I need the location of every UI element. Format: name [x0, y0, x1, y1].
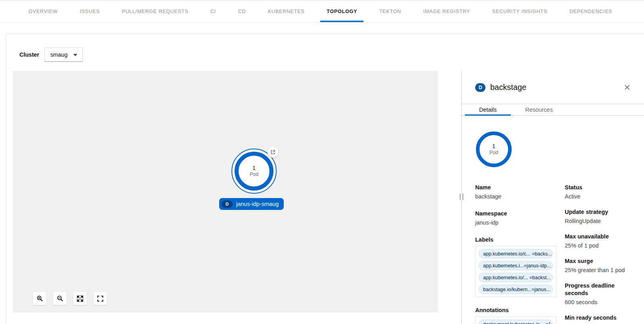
deployment-badge: D: [222, 200, 233, 208]
tab-label: CI: [210, 9, 216, 14]
field-max-surge: Max surge 25% greater than 1 pod: [565, 257, 633, 274]
node-label[interactable]: D janus-idp-smaug: [219, 198, 284, 210]
field-annotations-label: Annotations: [475, 307, 565, 314]
field-max-unavailable: Max unavailable 25% of 1 pod: [565, 233, 633, 250]
tab-topology[interactable]: TOPOLOGY: [320, 0, 363, 22]
zoom-out-button[interactable]: [53, 292, 67, 305]
tab-label: Details: [479, 107, 497, 113]
panel-resize-handle[interactable]: [460, 194, 463, 200]
node-label-text: janus-idp-smaug: [236, 201, 279, 207]
panel-tabs: Details Resources: [462, 104, 644, 116]
fit-to-screen-button[interactable]: [73, 292, 87, 305]
tab-label: PULL/MERGE REQUESTS: [122, 9, 188, 14]
tab-resources[interactable]: Resources: [511, 104, 567, 115]
field-update-strategy-value: RollingUpdate: [565, 217, 633, 225]
tab-label: TOPOLOGY: [327, 9, 357, 14]
field-namespace-label: Namespace: [475, 210, 565, 217]
field-min-ready: Min ready seconds Not configured: [565, 314, 633, 324]
tab-dependencies[interactable]: DEPENDENCIES: [563, 0, 619, 22]
field-progress-deadline-value: 600 seconds: [565, 299, 633, 306]
field-progress-deadline: Progress deadline seconds 600 seconds: [565, 282, 633, 306]
tab-label: ISSUES: [80, 9, 100, 14]
fullscreen-icon: [97, 295, 103, 302]
field-max-surge-value: 25% greater than 1 pod: [565, 267, 633, 274]
label-chip[interactable]: app.kubernetes.i...=janus-idp...: [479, 261, 553, 270]
caret-down-icon: [73, 54, 77, 56]
field-update-strategy-label: Update strategy: [565, 208, 633, 216]
tab-image-registry[interactable]: IMAGE REGISTRY: [417, 0, 477, 22]
open-url-decorator[interactable]: [268, 147, 279, 158]
deployment-node[interactable]: 1 Pod: [235, 152, 273, 191]
tab-security-insights[interactable]: SECURITY INSIGHTS: [486, 0, 554, 22]
tab-kubernetes[interactable]: KUBERNETES: [262, 0, 311, 22]
tab-details[interactable]: Details: [465, 104, 511, 115]
field-name-label: Name: [475, 184, 565, 191]
deployment-badge: D: [475, 83, 485, 92]
panel-details-body: 1 Pod Name backstage Namespace janus-idp…: [462, 116, 644, 324]
zoom-out-icon: [57, 295, 63, 302]
field-labels-label: Labels: [475, 236, 565, 244]
field-progress-deadline-label: Progress deadline seconds: [565, 282, 633, 297]
zoom-in-button[interactable]: [33, 292, 46, 305]
tab-label: TEKTON: [379, 9, 401, 14]
field-namespace: Namespace janus-idp: [475, 210, 565, 227]
field-max-unavailable-value: 25% of 1 pod: [565, 242, 633, 250]
field-name-value: backstage: [475, 193, 565, 200]
tab-label: OVERVIEW: [29, 9, 58, 14]
topology-side-panel: D backstage Details Resources 1 Pod: [461, 71, 644, 324]
field-update-strategy: Update strategy RollingUpdate: [565, 208, 633, 225]
pod-donut[interactable]: 1 Pod: [476, 132, 512, 167]
topology-controls: [33, 292, 107, 305]
tab-pull-merge-requests[interactable]: PULL/MERGE REQUESTS: [115, 0, 195, 22]
field-max-unavailable-label: Max unavailable: [565, 233, 633, 240]
tab-issues[interactable]: ISSUES: [73, 0, 106, 22]
cluster-toolbar: Cluster smaug: [19, 48, 83, 62]
entity-tab-bar: OVERVIEW ISSUES PULL/MERGE REQUESTS CI C…: [0, 0, 644, 23]
annotation-chip[interactable]: deployment.kubernetes.io... =1...: [479, 320, 553, 324]
field-labels: Labels app.kubernetes.io/c... =backs... …: [475, 236, 565, 297]
label-chip[interactable]: app.kubernetes.io/... =backst...: [479, 273, 553, 282]
topology-card: Cluster smaug 1 Pod D janus-idp-smaug: [6, 34, 644, 324]
tab-cd[interactable]: CD: [232, 0, 252, 22]
pod-count: 1: [252, 165, 256, 171]
details-fields: Name backstage Namespace janus-idp Label…: [475, 184, 633, 324]
tab-tekton[interactable]: TEKTON: [373, 0, 407, 22]
field-name: Name backstage: [475, 184, 565, 200]
tab-label: DEPENDENCIES: [569, 9, 612, 14]
tab-label: IMAGE REGISTRY: [423, 9, 470, 14]
annotations-group: deployment.kubernetes.io... =1...: [475, 316, 556, 324]
labels-group: app.kubernetes.io/c... =backs... app.kub…: [475, 246, 556, 297]
tab-label: Resources: [525, 107, 552, 113]
expand-arrows-icon: [77, 295, 83, 302]
zoom-in-icon: [36, 295, 43, 302]
field-namespace-value: janus-idp: [475, 219, 565, 227]
pod-count: 1: [492, 143, 495, 149]
topology-canvas[interactable]: 1 Pod D janus-idp-smaug: [13, 71, 438, 313]
label-chip[interactable]: backstage.io/kubern...=janus...: [479, 285, 553, 294]
tab-overview[interactable]: OVERVIEW: [22, 0, 64, 22]
tab-ci[interactable]: CI: [204, 0, 222, 22]
panel-title: backstage: [490, 83, 526, 92]
tab-label: SECURITY INSIGHTS: [492, 9, 547, 14]
field-status-value: Active: [565, 193, 633, 200]
close-button[interactable]: [623, 84, 631, 91]
tab-label: KUBERNETES: [268, 9, 305, 14]
reset-view-button[interactable]: [94, 292, 107, 305]
field-annotations: Annotations deployment.kubernetes.io... …: [475, 307, 565, 324]
field-status: Status Active: [565, 184, 633, 200]
panel-header: D backstage: [462, 71, 644, 104]
field-status-label: Status: [565, 184, 633, 191]
cluster-select[interactable]: smaug: [44, 48, 83, 62]
label-chip[interactable]: app.kubernetes.io/c... =backs...: [479, 249, 553, 258]
close-icon: [624, 84, 630, 90]
cluster-select-value: smaug: [50, 51, 68, 58]
field-min-ready-label: Min ready seconds: [565, 314, 633, 322]
cluster-label: Cluster: [19, 51, 39, 58]
field-max-surge-label: Max surge: [565, 257, 633, 265]
external-link-icon: [270, 149, 276, 155]
pod-count-label: Pod: [489, 149, 498, 156]
pod-count-label: Pod: [250, 171, 258, 177]
tab-label: CD: [238, 9, 246, 14]
